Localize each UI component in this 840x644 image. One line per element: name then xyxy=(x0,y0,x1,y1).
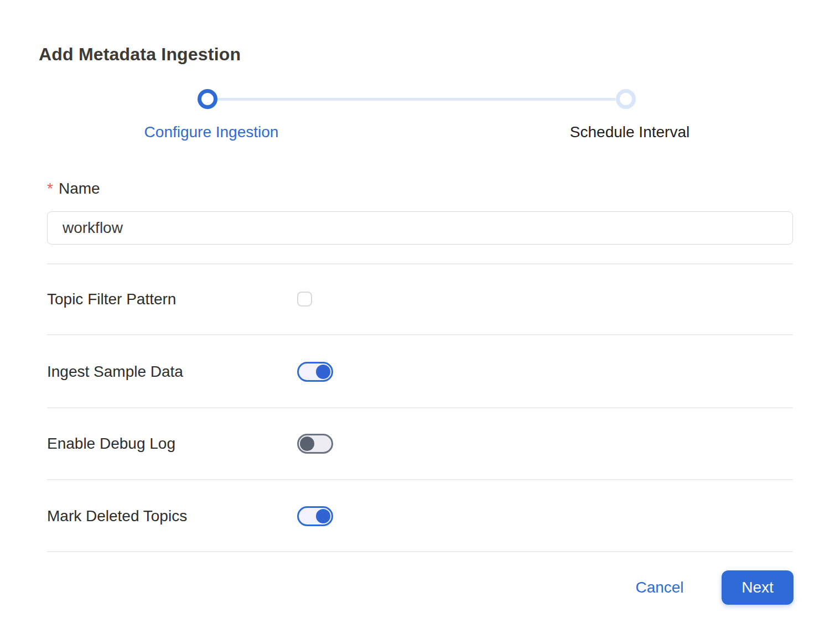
step-label-schedule-interval: Schedule Interval xyxy=(570,123,689,142)
toggle-knob xyxy=(300,437,314,451)
step-indicator-schedule-interval xyxy=(616,89,636,109)
divider xyxy=(47,263,793,264)
required-asterisk: * xyxy=(47,180,53,197)
divider xyxy=(47,334,793,335)
divider xyxy=(47,551,793,552)
step-label-configure-ingestion: Configure Ingestion xyxy=(144,123,279,142)
page-title: Add Metadata Ingestion xyxy=(39,44,241,65)
divider xyxy=(47,407,793,408)
enable-debug-log-toggle[interactable] xyxy=(297,434,333,454)
ingest-sample-data-label: Ingest Sample Data xyxy=(47,362,183,381)
step-indicator-configure-ingestion xyxy=(198,89,217,109)
name-field-label: *Name xyxy=(47,179,100,198)
topic-filter-pattern-checkbox[interactable] xyxy=(297,292,312,307)
mark-deleted-topics-toggle[interactable] xyxy=(297,506,333,526)
name-input[interactable] xyxy=(47,211,793,245)
enable-debug-log-label: Enable Debug Log xyxy=(47,434,175,453)
stepper-connector-line xyxy=(217,98,616,101)
next-button[interactable]: Next xyxy=(722,570,794,605)
name-field-label-text: Name xyxy=(59,180,100,197)
toggle-knob xyxy=(316,509,330,523)
mark-deleted-topics-label: Mark Deleted Topics xyxy=(47,507,187,526)
toggle-knob xyxy=(316,365,330,379)
divider xyxy=(47,479,793,480)
ingest-sample-data-toggle[interactable] xyxy=(297,362,333,382)
topic-filter-pattern-label: Topic Filter Pattern xyxy=(47,290,176,309)
cancel-button[interactable]: Cancel xyxy=(635,578,683,597)
